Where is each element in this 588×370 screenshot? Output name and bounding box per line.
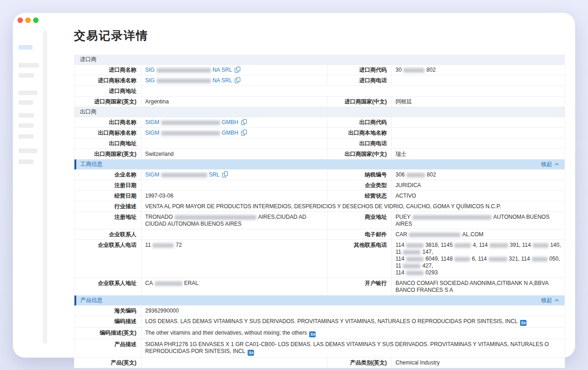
field-value: 阿根廷 — [391, 97, 565, 107]
field-label: 出口商名称 — [74, 117, 141, 127]
value-text: 802 — [427, 171, 436, 178]
exporter-std-name-link[interactable]: SIGMGMBH — [145, 130, 238, 136]
field-value — [391, 128, 565, 138]
value-text: CAR — [396, 231, 407, 238]
table-row: 编码描述 LOS DEMAS. LAS DEMAS VITAMINAS Y SU… — [74, 316, 565, 328]
field-value: 30802 — [391, 65, 565, 75]
sidebar-skeleton-bar — [18, 63, 39, 68]
redacted-text — [454, 243, 471, 248]
value-text: 147, — [422, 249, 433, 255]
field-label: 经营状态 — [327, 191, 391, 201]
section-title: 工商信息 — [80, 160, 102, 168]
table-row: 进口商名称 SIGNA SRL 进口商代码 30802 — [74, 65, 565, 75]
field-value: 1997-03-06 — [141, 191, 327, 201]
value-text: 11 — [145, 242, 151, 248]
field-value: PUEYAUTONOMA BUENOS AIRES — [391, 212, 565, 229]
translate-icon[interactable]: 文A — [309, 331, 316, 337]
exporter-name-link[interactable]: SIGMGMBH — [145, 119, 238, 125]
field-label: 出口商国家(英文) — [74, 149, 141, 159]
value-text: 30 — [396, 67, 401, 73]
field-label: 出口商地址 — [74, 138, 141, 148]
phone-line: 1140293 — [396, 269, 561, 276]
redacted-text — [161, 120, 220, 125]
field-label: 进口商国家(英文) — [74, 97, 141, 107]
sidebar-skeleton-bar — [18, 134, 34, 139]
redacted-text — [157, 79, 211, 83]
field-label: 产品类别(英文) — [327, 358, 391, 368]
value-text: 321, 114 — [509, 256, 530, 262]
field-value: 瑞士 — [391, 149, 565, 159]
collapse-button[interactable]: 收起 — [541, 296, 559, 304]
translate-icon[interactable]: 文A — [520, 320, 526, 326]
redacted-text — [413, 215, 492, 220]
field-label: 电子邮件 — [327, 229, 391, 239]
field-value: SIGNA SRL — [141, 65, 327, 75]
field-value: SIGNA SRL — [141, 75, 327, 85]
field-label: 产品描述 — [74, 339, 141, 357]
close-window-button[interactable] — [17, 17, 23, 23]
field-label: 编码描述 — [74, 316, 141, 327]
detail-table: 进口商 进口商名称 SIGNA SRL 进口商代码 30802 进口商标准名称 … — [74, 55, 565, 368]
value-text: ERAL — [184, 280, 198, 286]
table-row: 企业名称 SIGMSRL 纳税编号 306802 — [74, 170, 565, 180]
value-text: SRL — [209, 171, 220, 178]
field-value: LOS DEMAS. LAS DEMAS VITAMINAS Y SUS DER… — [141, 316, 565, 327]
field-value: SIGMGMBH — [141, 117, 327, 127]
copy-icon[interactable] — [222, 171, 228, 177]
value-text: TRONADO — [145, 214, 173, 220]
value-text: 114 — [396, 242, 404, 248]
table-row: 出口商国家(英文) Switzerland 出口商国家(中文) 瑞士 — [74, 149, 565, 159]
field-value: VENTA AL POR MAYOR DE PRODUCTOS INTERMED… — [141, 201, 565, 211]
copy-icon[interactable] — [241, 130, 247, 136]
field-value — [391, 75, 565, 85]
table-row: 企业联系人 电子邮件 CARAL.COM — [74, 229, 565, 240]
value-text: 72 — [175, 242, 181, 248]
section-header-product-info: 产品信息 收起 — [74, 296, 565, 306]
field-label: 开户银行 — [327, 278, 391, 295]
field-value — [141, 358, 327, 368]
copy-icon[interactable] — [235, 67, 240, 73]
section-header-exporter: 出口商 — [74, 107, 565, 117]
copy-icon[interactable] — [235, 77, 240, 83]
value-text: 391, 114 — [510, 242, 531, 248]
table-row: 企业联系人地址 CAERAL 开户银行 BANCO COMAFI SOCIEDA… — [74, 278, 565, 296]
table-row: 经营日期 1997-03-06 经营状态 ACTIVO — [74, 191, 565, 201]
redacted-text — [532, 257, 548, 262]
field-value: CARAL.COM — [391, 229, 565, 239]
sidebar-divider — [43, 31, 47, 344]
importer-name-link[interactable]: SIGNA SRL — [145, 67, 232, 73]
phone-line: 1146049, 11486, 114321, 114050, 11427, — [396, 256, 561, 269]
zoom-window-button[interactable] — [33, 17, 39, 23]
copy-icon[interactable] — [241, 119, 247, 125]
table-row: 出口商标准名称 SIGMGMBH 出口商本地名称 — [74, 128, 565, 138]
field-label: 出口商标准名称 — [74, 128, 141, 138]
table-row: 进口商标准名称 SIGNA SRL 进口商电话 — [74, 75, 565, 86]
field-value: SIGMGMBH — [141, 128, 327, 138]
value-text: GMBH — [222, 130, 238, 136]
collapse-label: 收起 — [541, 160, 552, 168]
field-label: 企业联系人地址 — [74, 278, 141, 295]
sidebar-skeleton-bar — [18, 100, 33, 105]
field-label: 企业类型 — [327, 180, 391, 190]
translate-icon[interactable]: 文A — [248, 350, 254, 356]
field-value: SIGMA PHR1276 1G ENVASES X 1 GR CA01-CB0… — [141, 339, 565, 357]
company-name-link[interactable]: SIGMSRL — [145, 171, 220, 178]
value-text: 3818, 1145 — [425, 242, 452, 248]
collapse-button[interactable]: 收起 — [541, 160, 559, 168]
field-label: 进口商名称 — [74, 65, 141, 75]
importer-std-name-link[interactable]: SIGNA SRL — [145, 77, 232, 84]
value-text: NA SRL — [213, 77, 232, 84]
field-label: 经营日期 — [74, 191, 141, 201]
field-label: 进口商国家(中文) — [327, 97, 391, 107]
section-title: 产品信息 — [80, 296, 102, 304]
field-label: 进口商代码 — [327, 65, 391, 75]
value-text: SIGM — [145, 171, 159, 178]
browser-window: 交易记录详情 进口商 进口商名称 SIGNA SRL 进口商代码 30802 进… — [13, 13, 575, 358]
table-row: 注册日期 企业类型 JURIDICA — [74, 180, 565, 191]
field-value — [141, 86, 565, 96]
minimize-window-button[interactable] — [25, 17, 31, 23]
phone-line: 1143818, 11454, 114391, 114140, 11147, — [396, 242, 561, 256]
main-content: 交易记录详情 进口商 进口商名称 SIGNA SRL 进口商代码 30802 进… — [61, 13, 565, 358]
field-label: 产品(英文) — [74, 358, 141, 368]
redacted-text — [403, 250, 420, 255]
